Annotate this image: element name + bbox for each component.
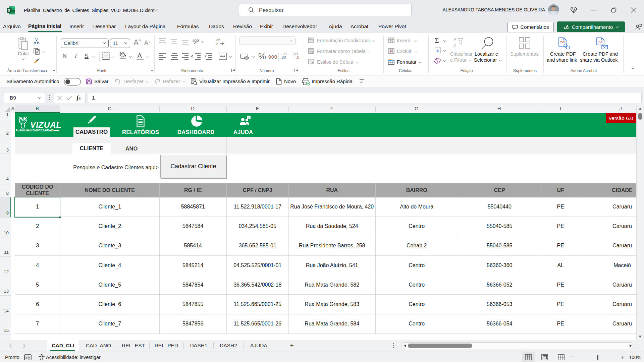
svg-text:PDF: PDF [598, 40, 603, 44]
svg-text:X: X [8, 8, 10, 12]
svg-text:ab: ab [216, 38, 220, 42]
svg-text:A: A [453, 37, 457, 42]
svg-text:?: ? [248, 116, 250, 119]
svg-text:Z: Z [453, 43, 456, 48]
svg-text:c: c [216, 42, 218, 46]
svg-text:PDF: PDF [560, 40, 566, 44]
svg-text:ab: ab [193, 38, 197, 42]
